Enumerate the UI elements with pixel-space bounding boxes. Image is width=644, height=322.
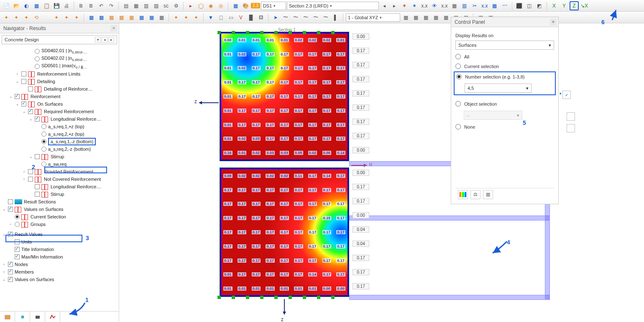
tree-item[interactable]: a_s,req,2,+z (top): [0, 130, 119, 138]
checkbox[interactable]: [8, 232, 13, 237]
door-icon[interactable]: ⎕: [216, 13, 225, 22]
doc-icon[interactable]: 🗎: [87, 1, 96, 10]
axis-z-icon[interactable]: Z: [570, 1, 579, 10]
tree-item[interactable]: ›Groups: [0, 221, 119, 228]
next-icon[interactable]: ▸: [390, 1, 399, 10]
axis-x-icon[interactable]: X: [549, 1, 559, 10]
tree-item[interactable]: ⌄Reinforcement: [0, 93, 119, 100]
script-icon[interactable]: sc: [161, 1, 171, 10]
tree-item[interactable]: ⌄Longitudinal Reinforce…: [0, 115, 119, 123]
t2-11-icon[interactable]: ▦: [107, 13, 116, 22]
tree-item[interactable]: ›Provided Reinforcement: [0, 168, 119, 175]
tab-results-icon[interactable]: [45, 312, 60, 322]
gx2-icon[interactable]: ▦: [411, 13, 420, 22]
checkbox[interactable]: [21, 79, 26, 84]
ds-combo[interactable]: DS1▾: [261, 2, 286, 10]
panel-icon[interactable]: ▥: [460, 1, 469, 10]
radio[interactable]: [35, 56, 40, 61]
xxx2-icon[interactable]: x.x: [440, 1, 449, 10]
navigator-tree[interactable]: SD0402.01 | |ns,strut-…SD0402.02 | |ns,s…: [0, 46, 119, 311]
gx1-icon[interactable]: ▦: [401, 13, 410, 22]
cube3-icon[interactable]: ◩: [535, 1, 544, 10]
star1-icon[interactable]: ✶: [400, 1, 409, 10]
axis-iso-icon[interactable]: ↘X: [580, 1, 589, 10]
print-icon[interactable]: 🖨: [62, 1, 71, 10]
wave-icon[interactable]: 〰: [500, 1, 509, 10]
tree-item[interactable]: ›Not Covered Reinforcement: [0, 175, 119, 183]
checkbox[interactable]: [15, 254, 20, 259]
navigator-category-combo[interactable]: Concrete Design ▾◂▸: [2, 35, 117, 44]
radio[interactable]: [15, 214, 20, 219]
t2-2-icon[interactable]: ✦: [12, 13, 21, 22]
circle-icon[interactable]: ◯: [196, 1, 205, 10]
tool-icon[interactable]: ⚙: [171, 1, 181, 10]
tree-item[interactable]: a_s,req,1,+z (top): [0, 123, 119, 130]
tree-item[interactable]: a_s,req,2,-z (bottom): [0, 145, 119, 153]
checkbox[interactable]: [21, 71, 26, 76]
xxpanel-icon[interactable]: x.x: [480, 1, 489, 10]
radio-all[interactable]: All: [455, 54, 554, 59]
checkbox[interactable]: [8, 269, 13, 274]
coord-combo[interactable]: 1 - Global XYZ▾: [346, 13, 400, 22]
dice-icon[interactable]: ⚅: [256, 13, 266, 22]
t2-3-icon[interactable]: ✦: [22, 13, 31, 22]
cube2-icon[interactable]: ◫: [525, 1, 534, 10]
arrow-icon[interactable]: ➤: [271, 13, 280, 22]
t2-16-icon[interactable]: ▦: [157, 13, 166, 22]
gradient-icon[interactable]: █: [246, 13, 256, 22]
t2-4-icon[interactable]: ⟲: [32, 13, 41, 22]
v-icon[interactable]: V: [236, 13, 245, 22]
xxx1-icon[interactable]: x.x: [420, 1, 429, 10]
section-combo[interactable]: Section 2.3 (LRFD)▾: [287, 2, 379, 10]
color-icon[interactable]: 🎨: [241, 1, 250, 10]
viewport[interactable]: Section 1 0.000.010.010.010.010.020.020.…: [119, 23, 644, 322]
cp-tab-colors-icon[interactable]: [458, 190, 468, 199]
tree-item[interactable]: Detailing of Reinforce…: [0, 85, 119, 93]
paste-icon[interactable]: 📋: [42, 1, 51, 10]
mesh1-icon[interactable]: ▦: [231, 1, 240, 10]
checkbox[interactable]: [8, 277, 13, 282]
grid4-icon[interactable]: ▧: [151, 1, 161, 10]
grid2-icon[interactable]: ▦: [131, 1, 141, 10]
display-on-combo[interactable]: Surfaces▾: [455, 41, 554, 50]
radio[interactable]: [41, 132, 46, 137]
tree-item[interactable]: ⌄On Surfaces: [0, 100, 119, 108]
filter-icon[interactable]: ▼: [206, 13, 215, 22]
t2-12-icon[interactable]: ▦: [117, 13, 126, 22]
radio[interactable]: [41, 147, 46, 152]
ln5-icon[interactable]: 〜: [321, 13, 330, 22]
tree-item[interactable]: ⌄Detailing: [0, 78, 119, 85]
ln2-icon[interactable]: 〜: [291, 13, 300, 22]
dot-icon[interactable]: ◉: [206, 1, 215, 10]
t2-8-icon[interactable]: ✦: [72, 13, 81, 22]
prev-icon[interactable]: ◂: [380, 1, 389, 10]
tree-item[interactable]: Stirrup: [0, 190, 119, 198]
gx4-icon[interactable]: ▦: [431, 13, 440, 22]
t2-1-icon[interactable]: ✦: [2, 13, 11, 22]
tree-item[interactable]: Longitudinal Reinforce…: [0, 183, 119, 190]
t2-6-icon[interactable]: ✦: [52, 13, 61, 22]
tree-item[interactable]: Units: [0, 238, 119, 246]
sect-icon[interactable]: ▦: [450, 1, 459, 10]
gx5-icon[interactable]: ▦: [441, 13, 450, 22]
tree-item[interactable]: ›Reinforcement Limits: [0, 70, 119, 78]
radio[interactable]: [41, 162, 46, 167]
checkbox[interactable]: [8, 262, 13, 267]
t2-7-icon[interactable]: ✦: [62, 13, 71, 22]
checkbox[interactable]: [35, 117, 40, 122]
ln1-icon[interactable]: 〜: [281, 13, 290, 22]
tree-item[interactable]: ⌄Stirrup: [0, 153, 119, 160]
copy-doc-icon[interactable]: 🗎: [77, 1, 86, 10]
tree-item[interactable]: a_sw,req: [0, 160, 119, 168]
number-selection-input[interactable]: 4,5▾: [465, 84, 532, 93]
cube1-icon[interactable]: ⬛: [515, 1, 524, 10]
axis-y-icon[interactable]: Y: [560, 1, 569, 10]
radio[interactable]: [41, 124, 46, 129]
t2-5-icon[interactable]: [42, 13, 51, 22]
t2-17-icon[interactable]: ✦: [171, 13, 181, 22]
redo-icon[interactable]: ↷: [107, 1, 116, 10]
gx3-icon[interactable]: ▦: [421, 13, 430, 22]
grid3-icon[interactable]: ▥: [141, 1, 151, 10]
radio-current[interactable]: Current selection: [455, 63, 554, 69]
checkbox[interactable]: [21, 101, 26, 106]
